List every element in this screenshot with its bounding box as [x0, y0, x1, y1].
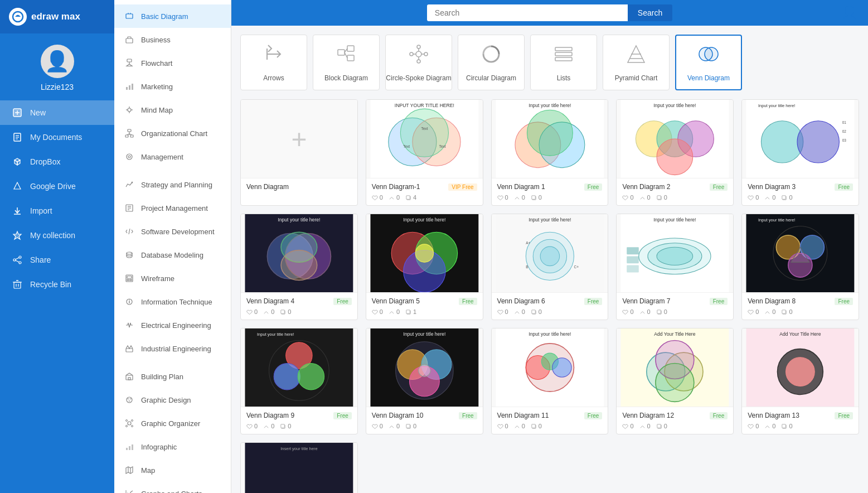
graphs-and-charts-cat-icon: [123, 487, 135, 493]
template-name: Venn Diagram: [246, 183, 289, 191]
sidebar-item-recycle-bin[interactable]: Recycle Bin: [0, 272, 114, 297]
template-card-vd5[interactable]: Input your title here! Venn Diagram 5 Fr…: [366, 214, 483, 320]
category-item-graphic-design[interactable]: Graphic Design: [114, 388, 231, 412]
template-card-vd6[interactable]: Input your title here! A+ B C+ Venn Diag…: [491, 214, 609, 320]
category-item-flowchart[interactable]: Flowchart: [114, 51, 231, 75]
search-input[interactable]: [427, 4, 628, 21]
template-card-vd-a1[interactable]: Input your title here! Venn Diagram 1 Fr…: [491, 99, 609, 206]
template-card-vd11[interactable]: Input your title here! Venn Diagram 11 F…: [491, 328, 609, 434]
template-card-new[interactable]: + Venn Diagram: [240, 99, 358, 206]
template-name: Venn Diagram 13: [748, 412, 799, 419]
template-title-row: Venn Diagram 11 Free: [497, 412, 603, 419]
template-card-vd13[interactable]: Add Your Title Here Venn Diagram 13 Free…: [741, 328, 859, 434]
category-item-industrial-engineering[interactable]: Industrial Engineering: [114, 337, 231, 360]
cat-icon-card-arrows[interactable]: Arrows: [240, 35, 307, 90]
category-item-basic-diagram[interactable]: Basic Diagram: [114, 4, 231, 28]
copy-stat: 0: [656, 308, 667, 315]
management-cat-icon: [123, 151, 135, 163]
cat-icon-card-circular-diagram[interactable]: Circular Diagram: [458, 35, 525, 90]
sidebar-item-dropbox[interactable]: DropBox: [0, 149, 114, 174]
category-item-wireframe[interactable]: Wireframe: [114, 267, 231, 290]
category-item-mind-map[interactable]: Mind Map: [114, 98, 231, 122]
sidebar-item-new[interactable]: New: [0, 100, 114, 125]
svg-point-211: [552, 358, 571, 377]
copy-stat: 0: [656, 194, 667, 201]
user-avatar-icon[interactable]: 👤: [842, 6, 857, 20]
sidebar-item-my-collection[interactable]: My collection: [0, 223, 114, 248]
sidebar-navigation: NewMy DocumentsDropBoxGoogle DriveImport…: [0, 100, 114, 297]
svg-rect-58: [130, 279, 132, 281]
category-item-label: Electrical Engineering: [141, 321, 211, 330]
svg-text:C+: C+: [574, 265, 579, 269]
template-info: Venn Diagram 7 Free 0 0 0: [617, 292, 733, 320]
template-card-vd1[interactable]: INPUT YOUR TITLE HERE! Text Text Text Ve…: [366, 99, 483, 206]
category-item-project-management[interactable]: Project Management: [114, 196, 231, 220]
template-info: Venn Diagram: [241, 178, 357, 199]
category-item-graphic-organizer[interactable]: Graphic Organizer: [114, 412, 231, 435]
svg-rect-40: [128, 129, 131, 132]
template-title-row: Venn Diagram 12 Free: [622, 412, 728, 419]
category-item-organizational-chart[interactable]: Organizational Chart: [114, 122, 231, 145]
cat-icon-card-venn-diagram[interactable]: Venn Diagram: [675, 35, 742, 90]
svg-line-75: [131, 422, 132, 422]
project-management-cat-icon: [123, 202, 135, 214]
svg-rect-177: [627, 265, 639, 273]
template-thumb-vd7: Input your title here!: [617, 214, 733, 292]
template-card-vd8[interactable]: Input your title here! Venn Diagram 8 Fr…: [741, 214, 859, 320]
template-thumb-vd11: Input your title here!: [492, 328, 608, 407]
category-item-label: Strategy and Planning: [141, 181, 212, 189]
sidebar: edraw max 👤 Lizzie123 NewMy DocumentsDro…: [0, 0, 114, 493]
template-card-vd3[interactable]: Input your title here! 01 02 03 Venn Dia…: [741, 99, 859, 206]
category-item-database-modeling[interactable]: Database Modeling: [114, 243, 231, 267]
cat-icon-card-pyramid-chart[interactable]: Pyramid Chart: [603, 35, 670, 90]
svg-rect-179: [657, 310, 660, 313]
template-info: Venn Diagram 10 Free 0 0 0: [366, 407, 483, 434]
cat-icon-card-circle-spoke-diagram[interactable]: Circle-Spoke Diagram: [385, 35, 452, 90]
template-card-vd7[interactable]: Input your title here! Venn Diagram 7 Fr…: [616, 214, 734, 320]
category-item-map[interactable]: Map: [114, 458, 231, 482]
svg-rect-227: [782, 424, 785, 427]
google-drive-icon: [11, 180, 23, 192]
copy-stat: 0: [781, 194, 792, 201]
template-card-vd9[interactable]: Input your title here! Venn Diagram 9 Fr…: [240, 328, 358, 434]
sidebar-item-my-documents[interactable]: My Documents: [0, 125, 114, 149]
template-card-vd10[interactable]: Input your title here! Venn Diagram 10 F…: [366, 328, 483, 434]
category-item-management[interactable]: Management: [114, 145, 231, 168]
circular-diagram-icon: [480, 43, 502, 70]
category-item-building-plan[interactable]: Building Plan: [114, 365, 231, 388]
cat-icon-card-lists[interactable]: Lists: [530, 35, 597, 90]
template-card-vd14[interactable]: Insert your title here Insert your title…: [240, 442, 358, 493]
category-item-marketing[interactable]: Marketing: [114, 75, 231, 98]
svg-point-69: [128, 422, 131, 425]
cat-icon-card-block-diagram[interactable]: Block Diagram: [313, 35, 380, 90]
category-item-label: Marketing: [141, 83, 173, 91]
category-item-infographic[interactable]: Infographic: [114, 435, 231, 458]
svg-point-194: [298, 363, 324, 389]
category-item-software-development[interactable]: Software Development: [114, 220, 231, 243]
category-item-strategy-and-planning[interactable]: Strategy and Planning: [114, 173, 231, 196]
category-item-electrical-engineering[interactable]: Electrical Engineering: [114, 313, 231, 337]
category-item-business[interactable]: Business: [114, 28, 231, 51]
information-technique-cat-icon: [123, 296, 135, 308]
template-badge: Free: [584, 298, 603, 305]
template-info: Venn Diagram 5 Free 0 0 1: [366, 292, 483, 320]
sidebar-item-share[interactable]: Share: [0, 248, 114, 272]
template-card-vd12[interactable]: Add Your Title Here Venn Diagram 12 Free…: [616, 328, 734, 434]
sidebar-item-google-drive[interactable]: Google Drive: [0, 174, 114, 199]
svg-point-132: [657, 139, 693, 175]
search-button[interactable]: Search: [628, 4, 672, 21]
sidebar-item-import[interactable]: Import: [0, 199, 114, 223]
svg-point-95: [410, 52, 413, 56]
svg-rect-126: [532, 195, 535, 199]
category-item-information-technique[interactable]: Information Technique: [114, 290, 231, 313]
block-diagram-icon: [335, 43, 357, 70]
template-card-vd2[interactable]: Input your title here! Venn Diagram 2 Fr…: [616, 99, 734, 206]
svg-point-225: [786, 357, 815, 386]
svg-text:Input your title here!: Input your title here!: [403, 217, 445, 223]
template-card-vd4[interactable]: Input your title here! Venn Diagram 4 Fr…: [240, 214, 358, 320]
category-item-graphs-and-charts[interactable]: Graphs and Charts: [114, 482, 231, 493]
svg-text:01: 01: [842, 120, 847, 124]
category-item-label: Business: [141, 36, 171, 44]
template-badge: Free: [584, 183, 603, 191]
svg-line-19: [16, 260, 19, 262]
